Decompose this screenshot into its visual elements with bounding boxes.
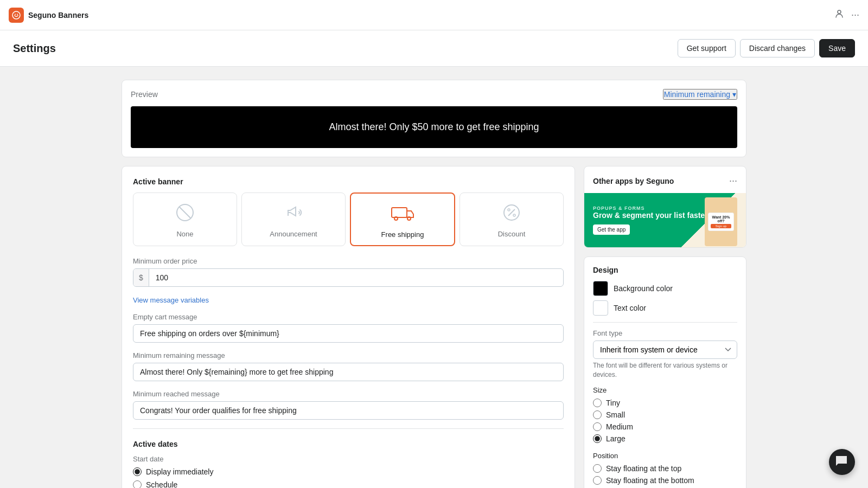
preview-banner: Almost there! Only $50 more to get free …	[131, 106, 737, 148]
active-banner-card: Active banner None	[122, 166, 575, 488]
size-medium-label: Medium	[606, 422, 633, 431]
position-group: Position Stay floating at the top Stay f…	[593, 452, 737, 485]
other-apps-title: Other apps by Seguno	[593, 177, 674, 185]
empty-cart-message-input[interactable]	[133, 324, 564, 343]
size-large-label: Large	[606, 434, 626, 443]
background-color-swatch[interactable]	[593, 281, 608, 296]
svg-line-5	[179, 207, 191, 219]
page-header: Settings Get support Discard changes Sav…	[0, 30, 868, 67]
min-reached-message-input[interactable]	[133, 401, 564, 420]
position-options: Stay floating at the top Stay floating a…	[593, 464, 737, 485]
left-column: Active banner None	[122, 166, 575, 488]
announcement-label: Announcement	[270, 230, 317, 238]
profile-icon[interactable]	[834, 8, 845, 22]
discount-icon	[499, 200, 525, 226]
view-message-variables-button[interactable]: View message variables	[133, 296, 209, 304]
main-content: Preview Minimum remaining ▾ Almost there…	[108, 67, 760, 488]
size-tiny-label: Tiny	[606, 399, 620, 407]
min-reached-message-group: Minimum reached message	[133, 390, 564, 420]
promo-label: POPUPS & FORMS	[593, 206, 708, 211]
design-title: Design	[593, 266, 737, 274]
other-apps-header: Other apps by Seguno ···	[584, 166, 746, 193]
free-shipping-label: Free shipping	[381, 230, 424, 239]
svg-rect-7	[392, 208, 407, 217]
start-immediately-option[interactable]: Display immediately	[133, 467, 564, 476]
chevron-down-icon: ▾	[732, 90, 736, 99]
size-tiny-option[interactable]: Tiny	[593, 399, 737, 407]
banner-type-discount[interactable]: Discount	[459, 192, 564, 246]
promo-headline: Grow & segment your list faster	[593, 211, 708, 220]
banner-type-none[interactable]: None	[133, 192, 237, 246]
position-label: Position	[593, 452, 737, 460]
other-apps-more-button[interactable]: ···	[729, 175, 737, 187]
empty-cart-message-group: Empty cart message	[133, 313, 564, 343]
start-immediately-label: Display immediately	[146, 467, 213, 476]
position-floating-bottom-radio[interactable]	[593, 476, 602, 485]
svg-point-0	[12, 11, 20, 19]
min-order-price-input[interactable]	[149, 269, 563, 286]
font-type-label: Font type	[593, 329, 737, 337]
design-card: Design Background color Text color Font …	[584, 256, 746, 488]
min-remaining-message-group: Minimum remaining message	[133, 351, 564, 381]
chat-icon	[836, 455, 848, 470]
truck-icon	[390, 200, 416, 226]
currency-prefix: $	[133, 269, 149, 286]
svg-point-1	[15, 14, 16, 15]
min-remaining-message-input[interactable]	[133, 363, 564, 381]
top-nav-right: ···	[834, 8, 859, 22]
text-color-label: Text color	[614, 304, 646, 312]
position-floating-bottom-option[interactable]: Stay floating at the bottom	[593, 476, 737, 485]
get-support-button[interactable]: Get support	[678, 39, 736, 57]
two-column-layout: Active banner None	[122, 166, 746, 488]
banner-type-free-shipping[interactable]: Free shipping	[350, 192, 455, 246]
app-name: Seguno Banners	[28, 11, 88, 20]
svg-point-3	[838, 10, 841, 14]
active-banner-title: Active banner	[133, 177, 564, 186]
size-large-radio[interactable]	[593, 434, 602, 443]
banner-type-announcement[interactable]: Announcement	[241, 192, 346, 246]
promo-cta-button[interactable]: Get the app	[593, 224, 630, 235]
size-small-label: Small	[606, 410, 625, 419]
font-type-hint: The font will be different for various s…	[593, 361, 737, 380]
app-icon	[9, 8, 24, 23]
empty-cart-message-label: Empty cart message	[133, 313, 564, 321]
text-color-swatch[interactable]	[593, 300, 608, 316]
app-branding: Seguno Banners	[9, 8, 88, 23]
min-reached-message-label: Minimum reached message	[133, 390, 564, 398]
svg-point-2	[17, 14, 18, 15]
background-color-label: Background color	[614, 284, 673, 293]
divider	[133, 428, 564, 429]
other-apps-card: Other apps by Seguno ··· POPUPS & FORMS …	[584, 166, 746, 248]
discard-changes-button[interactable]: Discard changes	[740, 39, 815, 57]
font-type-select-wrapper: Inherit from system or device	[593, 341, 737, 359]
active-dates-title: Active dates	[133, 440, 564, 448]
svg-point-8	[394, 217, 398, 220]
start-schedule-radio[interactable]	[133, 480, 142, 488]
preview-card: Preview Minimum remaining ▾ Almost there…	[122, 80, 746, 157]
start-immediately-radio[interactable]	[133, 467, 142, 476]
size-label: Size	[593, 386, 737, 394]
position-floating-top-label: Stay floating at the top	[606, 464, 681, 473]
position-floating-top-radio[interactable]	[593, 464, 602, 473]
design-divider-1	[593, 322, 737, 323]
start-date-label: Start date	[133, 455, 564, 463]
more-options-icon[interactable]: ···	[851, 9, 859, 21]
preview-header: Preview Minimum remaining ▾	[131, 89, 737, 100]
save-button[interactable]: Save	[819, 39, 855, 57]
position-floating-top-option[interactable]: Stay floating at the top	[593, 464, 737, 473]
svg-point-13	[513, 214, 515, 216]
start-schedule-label: Schedule	[146, 480, 177, 488]
size-medium-option[interactable]: Medium	[593, 422, 737, 431]
size-large-option[interactable]: Large	[593, 434, 737, 443]
size-tiny-radio[interactable]	[593, 399, 602, 407]
size-medium-radio[interactable]	[593, 422, 602, 431]
chat-button[interactable]	[829, 449, 855, 475]
none-icon	[172, 200, 198, 226]
size-small-radio[interactable]	[593, 410, 602, 419]
font-type-select[interactable]: Inherit from system or device	[593, 341, 737, 359]
start-schedule-option[interactable]: Schedule	[133, 480, 564, 488]
size-small-option[interactable]: Small	[593, 410, 737, 419]
right-column: Other apps by Seguno ··· POPUPS & FORMS …	[584, 166, 746, 488]
start-date-options: Display immediately Schedule	[133, 467, 564, 488]
preview-dropdown[interactable]: Minimum remaining ▾	[663, 89, 737, 100]
